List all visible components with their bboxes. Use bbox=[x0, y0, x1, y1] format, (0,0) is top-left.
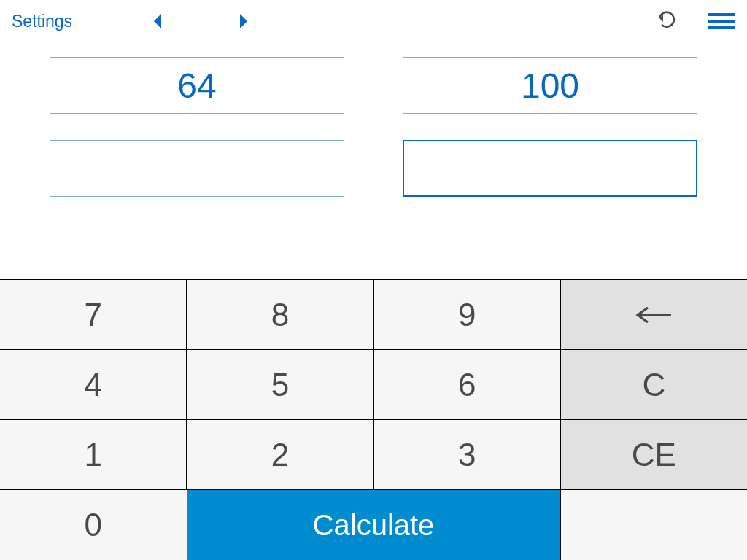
key-6[interactable]: 6 bbox=[374, 350, 561, 420]
key-calculate[interactable]: Calculate bbox=[187, 490, 561, 560]
key-4[interactable]: 4 bbox=[0, 350, 187, 420]
key-3[interactable]: 3 bbox=[374, 420, 561, 490]
key-backspace[interactable] bbox=[561, 280, 747, 350]
key-0[interactable]: 0 bbox=[0, 490, 187, 560]
key-2[interactable]: 2 bbox=[187, 420, 374, 490]
svg-marker-0 bbox=[154, 14, 161, 28]
undo-icon[interactable] bbox=[655, 9, 678, 34]
settings-link[interactable]: Settings bbox=[12, 12, 72, 31]
key-1[interactable]: 1 bbox=[0, 420, 187, 490]
input-top-left[interactable]: 64 bbox=[50, 57, 344, 114]
key-blank bbox=[561, 490, 748, 560]
svg-marker-1 bbox=[240, 14, 247, 28]
next-arrow-icon[interactable] bbox=[237, 12, 249, 30]
key-9[interactable]: 9 bbox=[374, 280, 561, 350]
key-clear-entry[interactable]: CE bbox=[561, 420, 747, 490]
backspace-arrow-icon bbox=[632, 306, 676, 324]
key-8[interactable]: 8 bbox=[187, 280, 374, 350]
keypad: 7 8 9 4 5 6 C 1 2 3 CE 0 Calculate bbox=[0, 279, 747, 560]
prev-arrow-icon[interactable] bbox=[152, 12, 164, 30]
key-5[interactable]: 5 bbox=[187, 350, 374, 420]
input-top-right[interactable]: 100 bbox=[403, 57, 697, 114]
menu-icon[interactable] bbox=[708, 13, 735, 29]
key-clear[interactable]: C bbox=[561, 350, 747, 420]
input-bottom-left[interactable] bbox=[50, 140, 344, 197]
key-7[interactable]: 7 bbox=[0, 280, 187, 350]
input-bottom-right[interactable] bbox=[403, 140, 697, 197]
